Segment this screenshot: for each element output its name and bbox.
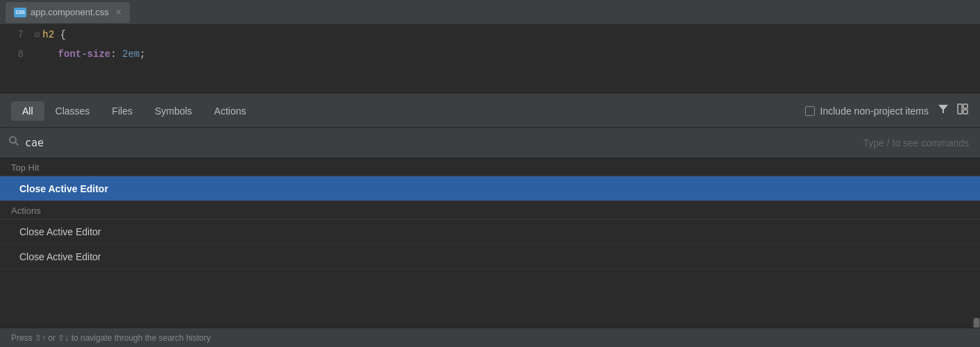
brace-token: { (54, 29, 66, 40)
editor-area: 7 ⊟ h2 { 8 font-size : 2em ; (0, 25, 980, 94)
tab-bar: CSS app.component.css × (0, 0, 980, 25)
line-number-7: 7 (0, 29, 35, 40)
code-line-8: 8 font-size : 2em ; (0, 44, 980, 64)
actions-section-header: Actions (0, 201, 980, 219)
filter-tab-all[interactable]: All (11, 101, 44, 121)
svg-line-5 (15, 142, 18, 145)
tab-filename: app.component.css (31, 7, 109, 17)
svg-rect-1 (958, 104, 962, 114)
svg-rect-3 (963, 110, 968, 114)
action-result-1-label: Close Active Editor (19, 226, 101, 237)
colon-token: : (110, 49, 122, 60)
search-icon (8, 135, 19, 150)
search-hint: Type / to see commands (863, 137, 972, 149)
filter-funnel-icon[interactable] (937, 103, 949, 119)
status-text: Press ⇧↑ or ⇧↓ to navigate through the s… (11, 333, 210, 343)
filter-tab-actions[interactable]: Actions (203, 101, 257, 121)
filter-tab-symbols[interactable]: Symbols (144, 101, 203, 121)
app-window: CSS app.component.css × 7 ⊟ h2 { 8 font-… (0, 0, 980, 347)
svg-marker-0 (938, 105, 948, 113)
results-area: Top Hit Close Active Editor Actions Clos… (0, 158, 980, 269)
selector-token: h2 (42, 29, 54, 40)
css-file-icon: CSS (14, 8, 26, 17)
top-hit-result-label: Close Active Editor (19, 183, 108, 194)
filter-tab-files[interactable]: Files (101, 101, 144, 121)
code-line-7: 7 ⊟ h2 { (0, 25, 980, 44)
svg-rect-2 (963, 104, 968, 108)
code-content-8: font-size : 2em ; (35, 49, 146, 60)
top-hit-result[interactable]: Close Active Editor (0, 176, 980, 201)
tab-app-component-css[interactable]: CSS app.component.css × (6, 2, 130, 23)
line-number-8: 8 (0, 49, 35, 60)
action-result-1[interactable]: Close Active Editor (0, 219, 980, 244)
property-token: font-size (35, 49, 110, 60)
status-bar: Press ⇧↑ or ⇧↓ to navigate through the s… (0, 328, 980, 347)
action-result-2[interactable]: Close Active Editor (0, 244, 980, 269)
search-input[interactable] (25, 137, 857, 149)
include-non-project-checkbox[interactable] (805, 106, 815, 116)
results-container: Top Hit Close Active Editor Actions Clos… (0, 158, 980, 347)
tab-close-button[interactable]: × (116, 7, 121, 18)
code-content-7: ⊟ h2 { (35, 29, 66, 40)
filter-tab-classes[interactable]: Classes (44, 101, 101, 121)
filter-bar: All Classes Files Symbols Actions Includ… (0, 94, 980, 128)
search-bar: Type / to see commands (0, 128, 980, 158)
top-hit-section-header: Top Hit (0, 158, 980, 176)
action-result-2-label: Close Active Editor (19, 251, 101, 262)
fold-icon[interactable]: ⊟ (35, 30, 40, 40)
semicolon-token: ; (140, 49, 145, 60)
include-non-project-label: Include non-project items (820, 105, 929, 117)
value-token: 2em (122, 49, 140, 60)
include-non-project-area[interactable]: Include non-project items (805, 105, 929, 117)
layout-toggle-icon[interactable] (956, 103, 969, 119)
